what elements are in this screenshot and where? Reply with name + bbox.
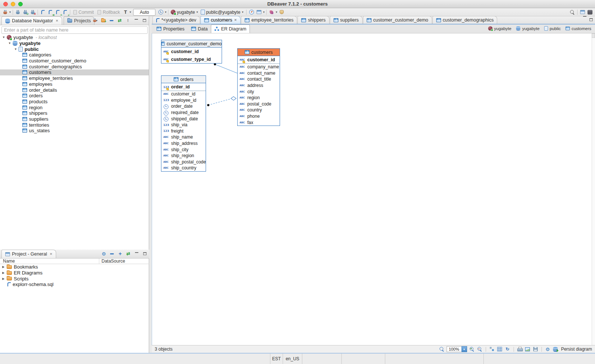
editor-tab[interactable]: suppliers	[330, 16, 363, 24]
editor-tab[interactable]: shippers	[298, 16, 329, 24]
tree-item[interactable]: us_states	[0, 128, 149, 134]
minimize-view-button[interactable]	[133, 17, 139, 23]
transaction-log-button[interactable]	[157, 9, 164, 16]
erd-column[interactable]: required_date	[161, 110, 206, 116]
erd-column[interactable]: address	[238, 82, 280, 89]
panel-splitter[interactable]	[149, 16, 152, 353]
project-item[interactable]: ▶ Scripts	[0, 276, 149, 282]
zoom-dropdown-button[interactable]	[461, 346, 467, 352]
erd-column[interactable]: ship_city	[161, 146, 206, 153]
tab-database-navigator[interactable]: Database Navigator	[1, 16, 62, 25]
erd-column[interactable]: customer_id	[161, 91, 206, 97]
tree-item[interactable]: orders	[0, 93, 149, 99]
zoom-in-button[interactable]: +	[469, 346, 475, 352]
breadcrumb-item[interactable]: yugabyte	[516, 26, 540, 31]
erd-column[interactable]: employee_id	[161, 97, 206, 104]
erd-column[interactable]: fax	[238, 119, 280, 126]
active-connection-selector[interactable]: yugabyte	[170, 10, 200, 15]
new-folder-button[interactable]	[100, 17, 106, 23]
project-item[interactable]: explorr-schema.sql	[0, 282, 149, 287]
tab-project-general[interactable]: Project - General	[1, 250, 56, 258]
expand-all-button[interactable]	[117, 251, 123, 257]
table-filter-input[interactable]	[1, 26, 148, 34]
chevron-down-icon[interactable]	[129, 10, 131, 14]
minimize-icon[interactable]	[583, 16, 586, 17]
tree-item[interactable]: territories	[0, 122, 149, 128]
tree-item[interactable]: customer_customer_demo	[0, 58, 149, 64]
transaction-mode-button[interactable]	[122, 9, 129, 16]
tab-projects[interactable]: Projects	[64, 16, 94, 25]
tree-item[interactable]: customers	[0, 69, 149, 75]
open-perspective-button[interactable]	[579, 9, 586, 16]
editor-tab[interactable]: customer_customer_demo	[363, 16, 432, 24]
tree-item[interactable]: order_details	[0, 87, 149, 93]
tree-item[interactable]: categories	[0, 52, 149, 58]
save-as-image-button[interactable]	[525, 346, 531, 352]
editor-tab[interactable]: customers ✕	[200, 16, 241, 24]
toggle-grid-button[interactable]	[497, 346, 503, 352]
expand-arrow-icon[interactable]: ▶	[2, 277, 7, 280]
tree-item[interactable]: ▼ yugabyte	[0, 40, 149, 46]
reconnect-button[interactable]: ↻	[22, 9, 29, 16]
erd-column[interactable]: freight	[161, 128, 206, 134]
erd-table-header[interactable]: orders	[161, 76, 206, 83]
erd-column[interactable]: ship_country	[161, 165, 206, 171]
editor-tab[interactable]: customer_demographics	[432, 16, 498, 24]
erd-column[interactable]: postal_code	[238, 101, 280, 107]
active-schema-selector[interactable]: public@yugabyte	[200, 10, 245, 15]
erd-column[interactable]: contact_name	[238, 70, 280, 77]
column-header-datasource[interactable]: DataSource	[99, 259, 125, 264]
erd-column[interactable]: country	[238, 107, 280, 113]
diagram-search-button[interactable]	[439, 346, 445, 352]
tree-item[interactable]: customer_demographics	[0, 64, 149, 69]
vertical-scrollbar[interactable]	[592, 33, 595, 345]
chevron-down-icon[interactable]	[165, 10, 166, 14]
arrange-diagram-button[interactable]	[489, 346, 495, 352]
new-connection-toolbar-button[interactable]	[92, 17, 98, 23]
new-connection-button[interactable]	[1, 9, 9, 16]
column-header-name[interactable]: Name	[0, 259, 99, 264]
maximize-icon[interactable]	[589, 18, 593, 21]
erd-column[interactable]: company_name	[238, 64, 280, 70]
navigate-back-button[interactable]	[278, 9, 285, 16]
tree-item[interactable]: shippers	[0, 110, 149, 116]
er-diagram-canvas[interactable]: customer_customer_demo customer_id custo…	[152, 33, 595, 345]
expand-arrow-icon[interactable]: ▶	[2, 265, 7, 269]
collapse-all-button[interactable]	[109, 17, 115, 23]
erd-table-customer_customer_demo[interactable]: customer_customer_demo customer_id custo…	[161, 40, 222, 64]
expand-arrow-icon[interactable]: ▼	[2, 36, 7, 39]
collapse-all-button[interactable]	[109, 251, 115, 257]
erd-column[interactable]: city	[238, 88, 280, 95]
project-settings-button[interactable]	[101, 251, 107, 257]
close-view-icon[interactable]	[55, 19, 58, 23]
editor-tab[interactable]: employee_territories	[241, 16, 297, 24]
transaction-mode-combo[interactable]: Auto	[133, 9, 155, 16]
close-view-icon[interactable]	[49, 252, 52, 256]
tree-item[interactable]: products	[0, 99, 149, 105]
print-diagram-button[interactable]	[517, 346, 523, 352]
editor-subtab[interactable]: Properties	[153, 25, 188, 33]
erd-table-customers[interactable]: customers customer_id company_name conta…	[237, 48, 280, 126]
erd-column[interactable]: customer_type_id	[161, 55, 222, 63]
expand-arrow-icon[interactable]: ▶	[2, 271, 7, 274]
persist-diagram-button[interactable]	[553, 346, 559, 352]
erd-table-orders[interactable]: orders order_id customer_id employee_id	[161, 75, 206, 172]
format-button[interactable]	[268, 9, 275, 16]
erd-column[interactable]: ship_name	[161, 134, 206, 140]
diagram-settings-button[interactable]	[545, 346, 551, 352]
zoom-level-combo[interactable]: 100%	[447, 346, 467, 352]
tree-item[interactable]: ▼ yugabyte - localhost	[0, 35, 149, 40]
chevron-down-icon[interactable]	[9, 10, 11, 14]
link-with-editor-button[interactable]	[125, 251, 131, 257]
connect-button[interactable]	[14, 9, 22, 16]
maximize-view-button[interactable]	[141, 17, 147, 23]
erd-column[interactable]: shipped_date	[161, 116, 206, 122]
minimize-view-button[interactable]	[134, 251, 139, 257]
sql-editor-button[interactable]	[39, 9, 46, 16]
editor-subtab[interactable]: Data	[188, 25, 211, 33]
maximize-view-button[interactable]	[142, 251, 148, 257]
current-perspective-button[interactable]	[586, 9, 594, 16]
save-diagram-button[interactable]	[533, 346, 538, 352]
expand-arrow-icon[interactable]: ▼	[8, 42, 13, 45]
disconnect-button[interactable]: ✕	[29, 9, 36, 16]
